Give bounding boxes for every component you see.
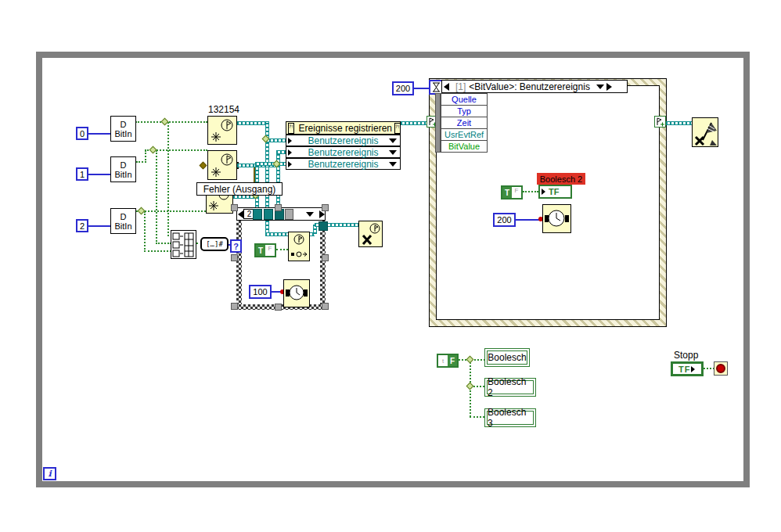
- wire-bool: [145, 150, 146, 163]
- field-label: Quelle: [452, 95, 477, 104]
- build-array-node[interactable]: [171, 230, 196, 259]
- event-data-field[interactable]: Zeit: [441, 117, 488, 129]
- terminal-label: TF: [549, 187, 559, 196]
- bitin-label: BitIn: [114, 221, 131, 231]
- loop-border-right[interactable]: [743, 52, 750, 487]
- numeric-constant-2[interactable]: 2: [76, 219, 88, 232]
- event-data-field[interactable]: BitValue: [441, 140, 488, 153]
- wait-ms-constant[interactable]: 200: [493, 213, 516, 227]
- wire-refnum: [276, 150, 280, 208]
- watch-icon: [543, 205, 570, 232]
- register-row-1[interactable]: Benutzerereignis: [286, 135, 401, 146]
- local-variable-boolesch-2[interactable]: Boolesch 2: [484, 378, 536, 397]
- resize-handle[interactable]: [231, 254, 238, 261]
- wire-int: [414, 88, 430, 89]
- iteration-label: i: [48, 469, 51, 479]
- dynamic-event-terminal-right[interactable]: [654, 116, 666, 128]
- refnum-tunnel: [264, 209, 273, 220]
- loop-border-top[interactable]: [36, 52, 750, 58]
- wire-bool: [167, 122, 169, 236]
- resize-handle[interactable]: [231, 303, 238, 310]
- local-label: Boolesch 3: [487, 411, 534, 425]
- event-next-icon[interactable]: [606, 83, 612, 91]
- hourglass-icon: [431, 82, 441, 92]
- resize-handle[interactable]: [322, 303, 329, 310]
- bitin-node-1[interactable]: DBitIn: [110, 116, 136, 142]
- case-selector-terminal[interactable]: ?: [230, 239, 242, 253]
- local-variable-terminal[interactable]: TF: [538, 185, 572, 199]
- wire-bool: [144, 211, 146, 252]
- event-source-label: Benutzerereignis: [308, 147, 378, 158]
- stop-button[interactable]: [714, 361, 728, 376]
- bitin-label: BitIn: [114, 170, 131, 179]
- wire-bool: [156, 243, 171, 244]
- wait-node[interactable]: [283, 279, 310, 307]
- constant-value: 1: [80, 170, 85, 179]
- resize-handle[interactable]: [275, 204, 282, 211]
- dropdown-icon[interactable]: [389, 138, 397, 143]
- true-constant[interactable]: T F: [254, 243, 276, 257]
- loop-border-left[interactable]: [36, 52, 42, 487]
- resize-handle[interactable]: [322, 204, 329, 211]
- constant-value: 100: [253, 287, 267, 297]
- register-row-3[interactable]: Benutzerereignis: [286, 158, 401, 170]
- create-user-event-node-2[interactable]: [207, 150, 237, 180]
- stop-terminal[interactable]: TF: [671, 361, 704, 376]
- loop-border-bottom[interactable]: [36, 481, 750, 487]
- wire-bool: [135, 121, 207, 123]
- array-to-number-label: […]#: [206, 240, 223, 248]
- local-variable-boolesch-3[interactable]: Boolesch 3: [484, 408, 536, 427]
- wait-node[interactable]: [542, 204, 571, 233]
- field-label: BitValue: [448, 142, 480, 151]
- case-dropdown-icon[interactable]: [306, 212, 314, 217]
- bitin-label: D: [121, 212, 127, 221]
- event-data-field[interactable]: UsrEvtRef: [441, 128, 488, 141]
- event-data-field[interactable]: Typ: [441, 105, 488, 117]
- event-prev-icon[interactable]: [444, 83, 449, 91]
- flag-burst-icon: [208, 117, 236, 144]
- case-border-left[interactable]: [236, 221, 242, 305]
- local-variable-boolesch[interactable]: Boolesch: [484, 348, 530, 367]
- dropdown-icon[interactable]: [389, 162, 397, 167]
- event-dropdown-icon[interactable]: [596, 84, 604, 89]
- error-output-label[interactable]: Fehler (Ausgang): [196, 182, 283, 196]
- event-source-label: Benutzerereignis: [308, 159, 378, 170]
- unregister-events-node[interactable]: [692, 117, 718, 147]
- wire-refnum: [401, 121, 427, 125]
- register-row-2[interactable]: Benutzerereignis: [286, 146, 401, 158]
- bool-array-to-number-node[interactable]: […]#: [200, 237, 229, 251]
- wire-int: [88, 133, 110, 135]
- destroy-user-event-node[interactable]: [358, 221, 383, 247]
- resize-handle[interactable]: [322, 254, 329, 261]
- wire-bool: [156, 150, 157, 244]
- false-constant[interactable]: t F: [437, 354, 459, 368]
- wire-int: [88, 225, 110, 227]
- case-prev-icon[interactable]: [238, 210, 243, 218]
- wait-ms-constant[interactable]: 100: [249, 285, 272, 299]
- create-user-event-node-1[interactable]: [207, 116, 237, 145]
- resize-handle[interactable]: [231, 204, 238, 211]
- case-next-icon[interactable]: [319, 210, 325, 218]
- generate-user-event-node[interactable]: [288, 232, 310, 261]
- iteration-terminal[interactable]: i: [43, 467, 56, 480]
- dropdown-icon[interactable]: [389, 150, 397, 155]
- case-border-right[interactable]: [320, 221, 326, 305]
- wire-int: [88, 174, 110, 175]
- register-events-node[interactable]: ?! Ereignisse registrieren ?!: [286, 121, 401, 135]
- create-event-caption: 132154: [208, 104, 239, 115]
- event-case-index: [1]: [455, 81, 466, 92]
- error-label-text: Fehler (Ausgang): [203, 184, 276, 195]
- input-arrow-icon: [288, 149, 292, 156]
- event-case-title-bar[interactable]: [1] <BitValue>: Benutzerereignis: [441, 80, 628, 93]
- local-label: Boolesch: [487, 350, 527, 365]
- true-constant[interactable]: T F: [501, 185, 523, 200]
- bool-false-cell: F: [512, 187, 521, 198]
- event-data-field[interactable]: Quelle: [441, 93, 488, 106]
- resize-handle[interactable]: [275, 304, 282, 311]
- error-connector: [200, 162, 207, 170]
- bitin-node-3[interactable]: DBitIn: [110, 208, 136, 234]
- numeric-constant-1[interactable]: 1: [76, 167, 88, 181]
- numeric-constant-0[interactable]: 0: [76, 127, 88, 140]
- timeout-constant[interactable]: 200: [392, 81, 414, 95]
- bitin-node-2[interactable]: DBitIn: [110, 156, 136, 182]
